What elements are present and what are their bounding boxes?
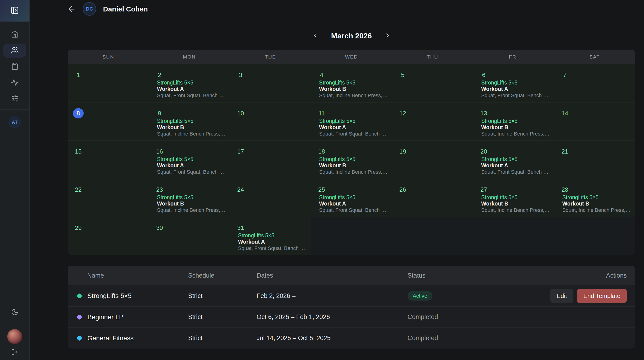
calendar-day-cell[interactable]: 28StrongLifts 5×5Workout BSquat, Incline… [554,178,635,217]
calendar-day-cell[interactable]: 6StrongLifts 5×5Workout ASquat, Front Sq… [473,64,554,102]
template-color-dot [77,336,82,340]
client-avatar: DC [83,2,96,16]
calendar-grid: 12StrongLifts 5×5Workout ASquat, Front S… [68,64,635,255]
calendar-day-cell[interactable]: 14 [554,102,635,140]
back-button[interactable] [67,5,76,14]
event-title: Workout B [562,201,632,207]
end-template-button[interactable]: End Template [577,289,627,303]
calendar-day-cell[interactable]: 22 [68,178,149,217]
calendar-day-cell[interactable]: 20StrongLifts 5×5Workout ASquat, Front S… [473,140,554,178]
calendar-day-cell [554,217,635,255]
day-number: 2 [154,70,165,80]
workout-event[interactable]: StrongLifts 5×5Workout BSquat, Incline B… [481,118,550,137]
calendar-day-cell[interactable]: 3 [230,64,311,102]
calendar-day-cell[interactable]: 15 [68,140,149,178]
calendar-day-cell[interactable]: 16StrongLifts 5×5Workout ASquat, Front S… [149,140,230,178]
calendar-day-cell [392,217,473,255]
event-program: StrongLifts 5×5 [157,118,226,124]
workout-event[interactable]: StrongLifts 5×5Workout BSquat, Incline B… [481,194,550,213]
event-title: Workout B [319,162,388,169]
user-avatar[interactable] [7,329,22,344]
workspace-avatar[interactable]: AT [8,116,21,128]
calendar-day-cell[interactable]: 25StrongLifts 5×5Workout ASquat, Front S… [311,178,392,217]
event-program: StrongLifts 5×5 [157,80,226,86]
event-title: Workout B [157,124,226,131]
calendar-day-cell[interactable]: 10 [230,102,311,140]
template-name-cell: StrongLifts 5×5 [77,292,188,300]
workout-event[interactable]: StrongLifts 5×5Workout ASquat, Front Squ… [157,80,226,99]
event-exercises: Squat, Front Squat, Bench Press [157,92,226,99]
sidebar-divider [0,301,30,301]
template-schedule: Strict [188,313,256,321]
calendar-day-cell[interactable]: 13StrongLifts 5×5Workout BSquat, Incline… [473,102,554,140]
calendar-day-cell[interactable]: 23StrongLifts 5×5Workout BSquat, Incline… [149,178,230,217]
calendar-day-cell[interactable]: 27StrongLifts 5×5Workout BSquat, Incline… [473,178,554,217]
event-program: StrongLifts 5×5 [319,194,388,201]
sidebar-item-programs[interactable] [3,60,26,74]
workout-event[interactable]: StrongLifts 5×5Workout BSquat, Incline B… [157,118,226,137]
calendar-day-cell[interactable]: 4StrongLifts 5×5Workout BSquat, Incline … [311,64,392,102]
calendar-day-cell[interactable]: 21 [554,140,635,178]
day-number: 29 [73,223,84,233]
theme-toggle-button[interactable] [7,305,22,320]
calendar-day-cell[interactable]: 8 [68,102,149,140]
event-exercises: Squat, Incline Bench Press, Ove… [319,169,388,175]
sidebar-item-clients[interactable] [3,44,26,58]
event-exercises: Squat, Incline Bench Press, Ove… [481,207,550,213]
log-out-icon [11,348,18,356]
event-program: StrongLifts 5×5 [481,156,550,162]
event-program: StrongLifts 5×5 [481,80,550,86]
prev-month-button[interactable] [310,31,320,41]
day-number: 3 [235,70,246,80]
sidebar-footer [0,301,30,360]
calendar-day-cell[interactable]: 7 [554,64,635,102]
event-exercises: Squat, Incline Bench Press, Ove… [481,131,550,137]
calendar-day-cell[interactable]: 12 [392,102,473,140]
calendar-day-cell[interactable]: 2StrongLifts 5×5Workout ASquat, Front Sq… [149,64,230,102]
content-column: March 2026 SUNMONTUEWEDTHUFRISAT 12Stron… [68,29,635,348]
calendar-day-cell[interactable]: 17 [230,140,311,178]
sidebar-item-settings[interactable] [3,92,26,106]
panel-open-icon [10,6,19,16]
workout-event[interactable]: StrongLifts 5×5Workout ASquat, Front Squ… [319,118,388,137]
day-number: 27 [478,185,489,195]
calendar-day-cell[interactable]: 26 [392,178,473,217]
calendar-day-cell[interactable]: 1 [68,64,149,102]
event-title: Workout A [157,86,226,92]
workout-event[interactable]: StrongLifts 5×5Workout ASquat, Front Squ… [238,232,307,251]
template-name: StrongLifts 5×5 [88,292,132,300]
day-number: 30 [154,223,165,233]
calendar-day-cell[interactable]: 19 [392,140,473,178]
sidebar-item-home[interactable] [3,27,26,41]
calendar-day-cell[interactable]: 31StrongLifts 5×5Workout ASquat, Front S… [230,217,311,255]
workout-event[interactable]: StrongLifts 5×5Workout ASquat, Front Squ… [157,156,226,175]
workout-event[interactable]: StrongLifts 5×5Workout ASquat, Front Squ… [319,194,388,213]
event-exercises: Squat, Front Squat, Bench Press [481,169,550,175]
workout-event[interactable]: StrongLifts 5×5Workout BSquat, Incline B… [157,194,226,213]
calendar-day-cell[interactable]: 30 [149,217,230,255]
workout-event[interactable]: StrongLifts 5×5Workout ASquat, Front Squ… [481,156,550,175]
next-month-button[interactable] [382,31,393,41]
event-program: StrongLifts 5×5 [319,80,388,86]
workout-event[interactable]: StrongLifts 5×5Workout BSquat, Incline B… [562,194,632,213]
clipboard-icon [11,63,19,71]
workout-event[interactable]: StrongLifts 5×5Workout ASquat, Front Squ… [481,80,550,99]
workout-event[interactable]: StrongLifts 5×5Workout BSquat, Incline B… [319,80,388,99]
calendar-day-cell[interactable]: 24 [230,178,311,217]
calendar-day-cell[interactable]: 18StrongLifts 5×5Workout BSquat, Incline… [311,140,392,178]
template-schedule: Strict [188,292,256,300]
edit-button[interactable]: Edit [550,289,574,303]
sidebar-toggle-button[interactable] [0,0,30,22]
calendar-day-cell[interactable]: 9StrongLifts 5×5Workout BSquat, Incline … [149,102,230,140]
calendar-day-cell[interactable]: 5 [392,64,473,102]
sidebar-item-activity[interactable] [3,76,26,90]
client-name: Daniel Cohen [103,5,148,13]
column-header-actions: Actions [606,272,627,279]
calendar-day-cell[interactable]: 11StrongLifts 5×5Workout ASquat, Front S… [311,102,392,140]
day-number: 7 [560,70,570,80]
event-program: StrongLifts 5×5 [319,156,388,162]
logout-button[interactable] [9,347,20,358]
workout-event[interactable]: StrongLifts 5×5Workout BSquat, Incline B… [319,156,388,175]
event-title: Workout A [238,239,307,245]
calendar-day-cell[interactable]: 29 [68,217,149,255]
